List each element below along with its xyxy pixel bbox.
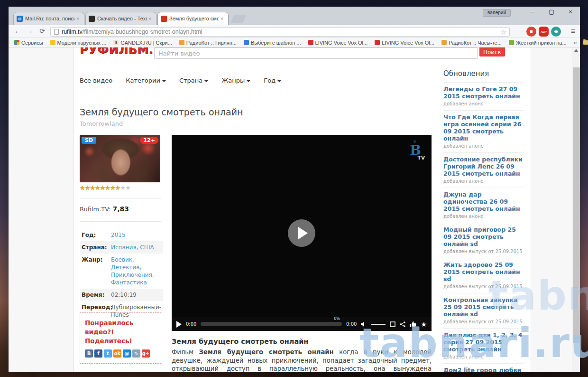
bookmark-star-icon[interactable]: ☆	[501, 28, 506, 36]
big-play-button[interactable]	[288, 219, 315, 247]
info-value[interactable]: 2015	[111, 231, 161, 239]
video-player[interactable]: ⋎ B TV 0:00 0% 0:00 ★	[172, 135, 432, 331]
nav-item[interactable]: Категории	[126, 77, 166, 84]
quality-badge: SD	[82, 137, 96, 144]
extensions-area: ABP	[526, 27, 561, 37]
sidebar-update-link[interactable]: Модный приговор 25 09 2015 смотреть онла…	[443, 226, 524, 247]
page-scrollbar[interactable]	[572, 47, 580, 372]
browser-tab[interactable]: Земля будущего смотре ×	[157, 12, 229, 25]
bookmark-item[interactable]: Модели парусных ...	[50, 40, 107, 46]
scrollbar-thumb[interactable]	[573, 67, 580, 343]
address-bar[interactable]: rufilm.tv/film/zemlya-budushhego-smotret…	[50, 27, 510, 37]
sidebar-update-link[interactable]: Легенды о Гоге 27 09 2015 смотреть онлай…	[443, 85, 524, 100]
share-icon[interactable]	[400, 321, 405, 327]
tab-close-icon[interactable]: ×	[147, 16, 153, 21]
search-button[interactable]: Поиск	[479, 47, 505, 57]
star-icon[interactable]: ★	[85, 184, 90, 191]
sidebar-update-link[interactable]: Жить здорово 25 09 2015 смотреть онлайн …	[443, 261, 524, 283]
bookmark-item[interactable]: Жесткий прикол на...	[509, 40, 567, 46]
movie-poster[interactable]: SD 12+	[80, 135, 160, 182]
vkontakte-icon[interactable]: В	[85, 349, 93, 358]
browser-tab[interactable]: @ Mail.Ru: почта, поиск в ×	[13, 12, 84, 25]
tab-close-icon[interactable]: ×	[74, 16, 81, 21]
menu-hamburger-icon[interactable]: ≡	[571, 27, 575, 36]
thumb-up-icon[interactable]	[410, 321, 416, 327]
star-icon[interactable]: ★	[80, 184, 85, 191]
googleplus-icon[interactable]: g+	[142, 349, 150, 358]
twitter-icon[interactable]: t	[104, 349, 112, 358]
sidebar-update-link[interactable]: Что Где Когда первая игра осенней серии …	[443, 113, 524, 142]
red-shield-extension-icon[interactable]	[526, 27, 536, 37]
volume-slider[interactable]	[371, 324, 386, 325]
teal-eye-extension-icon[interactable]	[551, 27, 561, 37]
bookmark-item[interactable]: Выберите шаблон ...	[244, 40, 301, 46]
play-button[interactable]	[176, 321, 182, 328]
browser-toolbar: ← → ⟳ rufilm.tv/film/zemlya-budushhego-s…	[9, 25, 580, 38]
info-value[interactable]: Боевик, Детектив, Приключения, Фантастик…	[111, 256, 161, 286]
browser-tab[interactable]: Скачать видео - Технич ×	[85, 12, 156, 25]
sidebar-update-note: добавлен анонс	[443, 143, 524, 149]
volume-icon[interactable]	[361, 321, 367, 327]
nav-item[interactable]: Год	[264, 77, 281, 84]
odnoklassniki-icon[interactable]: ok	[113, 349, 121, 358]
total-time: 0:00	[346, 321, 357, 327]
search-input[interactable]	[154, 47, 478, 59]
star-icon[interactable]: ★	[90, 184, 95, 191]
close-button[interactable]: ×	[561, 7, 580, 18]
bookmark-label: Выберите шаблон ...	[251, 40, 301, 46]
minimize-button[interactable]: –	[523, 7, 542, 18]
favorite-star-icon[interactable]: ★	[421, 321, 427, 328]
new-tab-button[interactable]	[230, 15, 247, 23]
share-text-line2: Поделитесь!	[85, 337, 156, 346]
nav-item-label: Год	[264, 77, 276, 84]
info-value[interactable]: 02:10:19	[111, 291, 161, 299]
star-icon[interactable]: ★	[95, 184, 100, 191]
back-button[interactable]: ←	[12, 27, 23, 35]
star-icon[interactable]: ★	[105, 184, 110, 191]
bookmarks-bar: Сервисы Модели парусных ... G GANDEX.RU …	[9, 38, 580, 47]
star-icon[interactable]: ★	[120, 184, 125, 191]
tab-strip: @ Mail.Ru: почта, поиск в × Скачать виде…	[9, 7, 580, 25]
star-icon[interactable]: ★	[100, 184, 105, 191]
nav-item[interactable]: Жанры	[221, 77, 250, 84]
bookmark-item[interactable]: LIVING Voice Vox Ol...	[375, 40, 434, 46]
star-icon[interactable]: ★	[115, 184, 120, 191]
rating-value: 7,83	[112, 205, 129, 213]
sidebar-update-note: добавлен выпуск от 25.09.2015	[443, 319, 524, 325]
maximize-button[interactable]: ▢	[542, 7, 561, 18]
adblock-plus-extension-icon[interactable]: ABP	[539, 27, 549, 37]
bookmarks-overflow-chevron[interactable]: »	[574, 39, 577, 46]
sidebar-update-note: добавлен выпуск от 25.09.2015	[443, 284, 524, 290]
star-icon[interactable]: ★	[110, 184, 115, 191]
fullscreen-icon[interactable]	[390, 321, 395, 327]
moimir-icon[interactable]: @	[123, 349, 131, 358]
sidebar-update-link[interactable]: Два плюс два 1, 2, 3, 4 серия 27 09 2015…	[443, 331, 524, 353]
profile-name-badge[interactable]: валерий	[483, 9, 511, 17]
facebook-icon[interactable]: f	[94, 349, 102, 358]
nav-item[interactable]: Все видео	[80, 77, 112, 84]
bookmark-item[interactable]: Сервисы	[14, 40, 43, 46]
reload-button[interactable]: ⟳	[37, 27, 47, 35]
other-bookmarks-folder[interactable]: Другие закладки	[583, 40, 588, 46]
bookmark-item[interactable]: РадиоКот :: Гирлян...	[179, 40, 237, 46]
star-icon[interactable]: ★	[125, 184, 130, 191]
sidebar-update-link[interactable]: Контрольная закупка 25 09 2015 смотреть …	[443, 296, 524, 318]
url-path: /film/zemlya-budushhego-smotret-onlayn.h…	[83, 28, 202, 35]
living-voice-icon	[375, 40, 380, 45]
sidebar-update-link[interactable]: Джуна дар одиночества 26 09 2015 смотрет…	[443, 191, 524, 212]
tab-close-icon[interactable]: ×	[219, 16, 225, 21]
sidebar-update-link[interactable]: Достояние республики Григорий Лепс 26 09…	[443, 156, 524, 177]
sidebar-update-item: Дом2 lite город любви после заката 4155 …	[443, 364, 524, 372]
divider	[80, 221, 161, 222]
sidebar-update-link[interactable]: Дом2 lite город любви после заката 4155 …	[443, 367, 524, 372]
info-value[interactable]: Испания, США	[111, 244, 161, 251]
progress-bar[interactable]: 0%	[201, 322, 342, 326]
livejournal-icon[interactable]: ✎	[132, 349, 140, 358]
scrollbar-up-arrow-icon[interactable]	[574, 49, 578, 52]
bookmark-item[interactable]: РадиоКот :: Часы-те...	[441, 40, 502, 46]
nav-item[interactable]: Страна	[179, 77, 208, 84]
bookmark-item[interactable]: G GANDEX.RU | Скри...	[113, 40, 172, 46]
template-icon	[244, 40, 249, 45]
bookmark-item[interactable]: LIVING Voice Vox Ol...	[308, 40, 368, 46]
forward-button[interactable]: →	[24, 27, 35, 35]
